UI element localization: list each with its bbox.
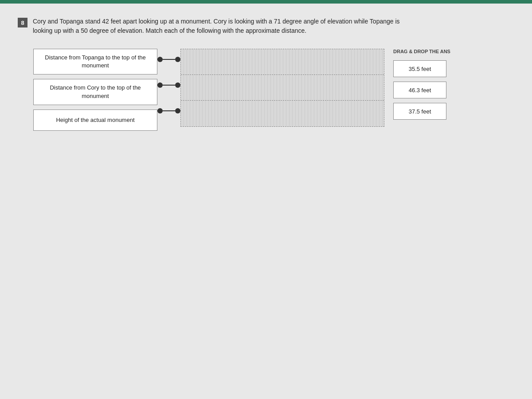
question-text: Cory and Topanga stand 42 feet apart loo… <box>33 17 410 35</box>
left-item-2[interactable]: Distance from Cory to the top of the mon… <box>33 79 157 105</box>
dot-left-1 <box>157 57 163 62</box>
line-2 <box>163 85 175 86</box>
connector-row-1 <box>157 49 180 70</box>
connector-area <box>157 49 180 121</box>
dot-right-3 <box>175 108 180 113</box>
drop-row-1[interactable] <box>181 49 384 75</box>
left-item-3[interactable]: Height of the actual monument <box>33 110 157 131</box>
dot-right-2 <box>175 82 180 88</box>
left-column: Distance from Topanga to the top of the … <box>33 49 157 131</box>
main-content: 8 Cory and Topanga stand 42 feet apart l… <box>0 4 532 399</box>
answer-chip-1[interactable]: 35.5 feet <box>393 60 446 77</box>
answer-chip-2[interactable]: 46.3 feet <box>393 82 446 98</box>
dot-left-2 <box>157 82 163 88</box>
connector-row-2 <box>157 74 180 96</box>
dot-right-1 <box>175 57 180 62</box>
drop-zone-inner <box>181 49 384 126</box>
drag-drop-label: DRAG & DROP THE ANS <box>393 49 450 54</box>
connector-row-3 <box>157 100 180 121</box>
drop-zone-container[interactable] <box>180 49 384 127</box>
question-container: 8 Cory and Topanga stand 42 feet apart l… <box>18 17 514 35</box>
right-sidebar: DRAG & DROP THE ANS 35.5 feet 46.3 feet … <box>393 49 450 120</box>
line-3 <box>163 110 175 111</box>
top-bar <box>0 0 532 4</box>
drop-row-3[interactable] <box>181 101 384 126</box>
left-item-1[interactable]: Distance from Topanga to the top of the … <box>33 49 157 74</box>
dot-left-3 <box>157 108 163 113</box>
drop-row-2[interactable] <box>181 75 384 101</box>
answer-chip-3[interactable]: 37.5 feet <box>393 103 446 120</box>
matching-area: Distance from Topanga to the top of the … <box>33 49 514 131</box>
question-number: 8 <box>18 18 27 27</box>
line-1 <box>163 59 175 60</box>
